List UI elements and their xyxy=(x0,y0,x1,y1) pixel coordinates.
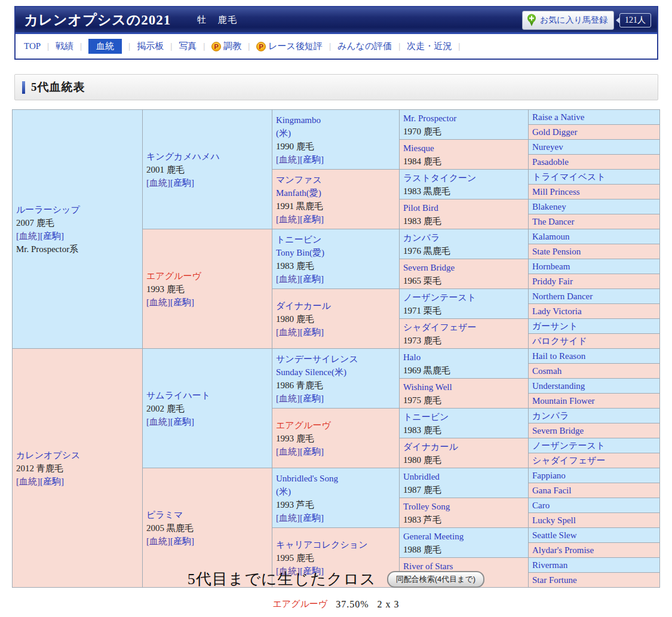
horse-link[interactable]: ダイナカール xyxy=(276,301,331,311)
nav-item-TOP[interactable]: TOP xyxy=(24,41,41,51)
cross-horse-link[interactable]: エアグルーヴ xyxy=(272,598,327,610)
horse-link[interactable]: トライマイベスト xyxy=(532,172,606,182)
offspring-link[interactable]: [産駒] xyxy=(40,231,64,241)
nav-item-調教[interactable]: P調教 xyxy=(211,41,241,52)
blood-link[interactable]: [血統] xyxy=(16,231,40,241)
fans-count-badge[interactable]: 121人 xyxy=(619,13,651,27)
horse-link[interactable]: Raise a Native xyxy=(532,112,584,122)
horse-link[interactable]: (米) xyxy=(276,487,291,496)
blood-link[interactable]: [血統] xyxy=(276,155,300,164)
horse-link[interactable]: Understanding xyxy=(532,381,585,391)
offspring-link[interactable]: [産駒] xyxy=(40,477,64,486)
horse-link[interactable]: Mountain Flower xyxy=(532,396,595,406)
blood-link[interactable]: [血統] xyxy=(146,297,170,307)
horse-link[interactable]: ノーザンテースト xyxy=(532,441,605,450)
horse-link[interactable]: Priddy Fair xyxy=(532,277,573,286)
horse-link[interactable]: Wishing Well xyxy=(403,382,452,392)
horse-link[interactable]: Nureyev xyxy=(532,142,563,152)
horse-link[interactable]: Unbridled's Song xyxy=(276,474,338,483)
horse-link[interactable]: サンデーサイレンス xyxy=(276,354,358,364)
horse-link[interactable]: エアグルーヴ xyxy=(146,271,201,281)
horse-link[interactable]: トニービン xyxy=(403,412,449,422)
horse-link[interactable]: Gold Digger xyxy=(532,127,577,137)
horse-link[interactable]: Pilot Bird xyxy=(403,203,438,213)
nav-item-写真[interactable]: 写真 xyxy=(179,41,197,52)
horse-link[interactable]: キャリアコレクション xyxy=(276,540,368,550)
blood-link[interactable]: [血統] xyxy=(276,327,300,337)
horse-link[interactable]: Fappiano xyxy=(532,471,566,480)
offspring-link[interactable]: [産駒] xyxy=(170,297,194,307)
blood-link[interactable]: [血統] xyxy=(16,477,40,486)
offspring-link[interactable]: [産駒] xyxy=(170,417,194,426)
nav-item-掲示板[interactable]: 掲示板 xyxy=(137,41,164,52)
blood-link[interactable]: [血統] xyxy=(146,178,170,188)
horse-link[interactable]: Lucky Spell xyxy=(532,515,576,525)
nav-item-レース後短評[interactable]: Pレース後短評 xyxy=(256,41,323,52)
horse-link[interactable]: ノーザンテースト xyxy=(403,293,476,302)
horse-link[interactable]: ガーサント xyxy=(532,321,578,331)
horse-link[interactable]: ルーラーシップ xyxy=(16,205,80,214)
offspring-link[interactable]: [産駒] xyxy=(170,536,194,546)
horse-link[interactable]: (米) xyxy=(276,128,291,138)
horse-link[interactable]: ラストタイクーン xyxy=(403,173,476,183)
blood-link[interactable]: [血統] xyxy=(276,447,300,456)
horse-link[interactable]: Lady Victoria xyxy=(532,306,582,316)
blood-link[interactable]: [血統] xyxy=(146,536,170,546)
horse-link[interactable]: カンパラ xyxy=(532,411,569,420)
horse-link[interactable]: Gana Facil xyxy=(532,486,571,495)
horse-link[interactable]: Trolley Song xyxy=(403,502,450,511)
nav-item-次走・近況[interactable]: 次走・近況 xyxy=(407,41,452,52)
favorite-horse-button[interactable]: お気に入り馬登録 xyxy=(522,11,614,30)
offspring-link[interactable]: [産駒] xyxy=(170,178,194,188)
horse-link[interactable]: Seattle Slew xyxy=(532,530,577,540)
offspring-link[interactable]: [産駒] xyxy=(300,274,324,284)
horse-link[interactable]: トニービン xyxy=(276,235,321,244)
horse-link[interactable]: シャダイフェザー xyxy=(532,456,605,465)
blood-link[interactable]: [血統] xyxy=(276,214,300,224)
blood-link[interactable]: [血統] xyxy=(276,513,300,523)
horse-link[interactable]: The Dancer xyxy=(532,217,574,226)
blood-link[interactable]: [血統] xyxy=(276,394,300,403)
horse-link[interactable]: Severn Bridge xyxy=(532,426,584,435)
horse-link[interactable]: Sunday Silence(米) xyxy=(276,367,346,377)
horse-link[interactable]: ダイナカール xyxy=(403,442,458,452)
horse-link[interactable]: Kingmambo xyxy=(276,115,321,125)
horse-link[interactable]: Manfath(愛) xyxy=(276,188,321,198)
horse-link[interactable]: Hornbeam xyxy=(532,262,570,271)
horse-link[interactable]: Unbridled xyxy=(403,472,440,481)
horse-link[interactable]: Caro xyxy=(532,501,550,510)
horse-link[interactable]: Tony Bin(愛) xyxy=(276,248,324,257)
horse-link[interactable]: Mr. Prospector xyxy=(403,113,456,123)
offspring-link[interactable]: [産駒] xyxy=(300,214,324,224)
horse-link[interactable]: サムライハート xyxy=(146,391,210,400)
horse-link[interactable]: Alydar's Promise xyxy=(532,545,594,555)
horse-link[interactable]: キングカメハメハ xyxy=(146,152,220,161)
horse-link[interactable]: Pasadoble xyxy=(532,157,569,167)
horse-link[interactable]: State Pension xyxy=(532,247,581,256)
offspring-link[interactable]: [産駒] xyxy=(300,155,324,164)
offspring-link[interactable]: [産駒] xyxy=(300,327,324,337)
blood-link[interactable]: [血統] xyxy=(276,274,300,284)
offspring-link[interactable]: [産駒] xyxy=(300,513,324,523)
horse-link[interactable]: Miesque xyxy=(403,143,434,153)
same-mating-search-button[interactable]: 同配合検索(4代目まで) xyxy=(387,571,485,588)
horse-link[interactable]: ピラミマ xyxy=(146,510,183,520)
nav-item-みんなの評価[interactable]: みんなの評価 xyxy=(337,41,392,52)
horse-link[interactable]: Hail to Reason xyxy=(532,351,585,361)
horse-link[interactable]: Blakeney xyxy=(532,202,566,211)
horse-link[interactable]: カンパラ xyxy=(403,233,440,242)
horse-link[interactable]: Kalamoun xyxy=(532,232,569,241)
horse-link[interactable]: パロクサイド xyxy=(532,336,587,346)
nav-item-血統[interactable]: 血統 xyxy=(88,39,122,54)
horse-link[interactable]: シャダイフェザー xyxy=(403,323,476,332)
horse-link[interactable]: General Meeting xyxy=(403,532,464,541)
nav-item-戦績[interactable]: 戦績 xyxy=(56,41,73,52)
offspring-link[interactable]: [産駒] xyxy=(300,447,324,456)
horse-link[interactable]: マンファス xyxy=(276,175,322,185)
horse-link[interactable]: Cosmah xyxy=(532,366,561,376)
horse-link[interactable]: Halo xyxy=(403,352,421,362)
horse-link[interactable]: エアグルーヴ xyxy=(276,420,331,430)
horse-link[interactable]: カレンオプシス xyxy=(16,450,80,460)
horse-link[interactable]: Severn Bridge xyxy=(403,263,455,272)
offspring-link[interactable]: [産駒] xyxy=(300,394,324,403)
